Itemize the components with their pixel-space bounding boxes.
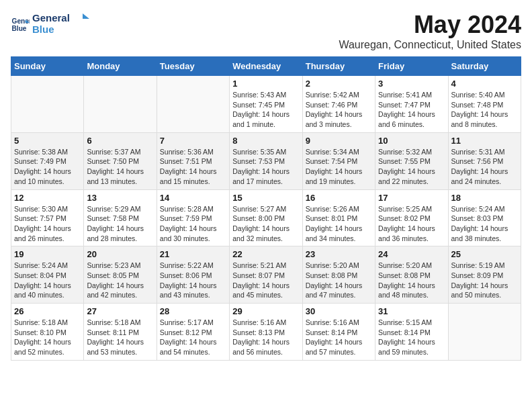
main-title: May 2024: [339, 11, 521, 39]
day-info: Sunrise: 5:27 AM Sunset: 8:00 PM Dayligh…: [232, 204, 299, 244]
day-info: Sunrise: 5:30 AM Sunset: 7:57 PM Dayligh…: [14, 204, 81, 244]
calendar-cell: 31Sunrise: 5:15 AM Sunset: 8:14 PM Dayli…: [375, 304, 448, 361]
day-number: 11: [451, 136, 518, 146]
day-number: 20: [87, 249, 153, 259]
day-number: 1: [232, 79, 299, 89]
week-row-5: 26Sunrise: 5:18 AM Sunset: 8:10 PM Dayli…: [11, 304, 521, 361]
day-number: 18: [451, 193, 518, 203]
subtitle: Wauregan, Connecticut, United States: [339, 39, 521, 51]
day-number: 14: [160, 193, 226, 203]
column-header-thursday: Thursday: [302, 57, 375, 76]
day-number: 16: [306, 193, 372, 203]
day-info: Sunrise: 5:20 AM Sunset: 8:08 PM Dayligh…: [306, 261, 372, 300]
calendar-cell: 22Sunrise: 5:21 AM Sunset: 8:07 PM Dayli…: [230, 246, 302, 304]
day-info: Sunrise: 5:35 AM Sunset: 7:53 PM Dayligh…: [232, 147, 299, 187]
day-info: Sunrise: 5:23 AM Sunset: 8:05 PM Dayligh…: [87, 261, 153, 300]
calendar-cell: 16Sunrise: 5:26 AM Sunset: 8:01 PM Dayli…: [302, 189, 375, 246]
calendar-cell: 24Sunrise: 5:20 AM Sunset: 8:08 PM Dayli…: [375, 246, 448, 304]
day-info: Sunrise: 5:22 AM Sunset: 8:06 PM Dayligh…: [160, 261, 226, 300]
day-number: 22: [232, 249, 299, 259]
day-number: 29: [232, 306, 299, 316]
column-header-sunday: Sunday: [11, 57, 84, 76]
column-header-tuesday: Tuesday: [157, 57, 229, 76]
calendar-cell: 9Sunrise: 5:34 AM Sunset: 7:54 PM Daylig…: [302, 132, 375, 189]
calendar-cell: 26Sunrise: 5:18 AM Sunset: 8:10 PM Dayli…: [11, 304, 84, 361]
day-number: 23: [306, 249, 372, 259]
day-info: Sunrise: 5:40 AM Sunset: 7:48 PM Dayligh…: [451, 90, 518, 130]
calendar-cell: 29Sunrise: 5:16 AM Sunset: 8:13 PM Dayli…: [230, 304, 302, 361]
calendar-cell: 2Sunrise: 5:42 AM Sunset: 7:46 PM Daylig…: [302, 76, 375, 133]
calendar-cell: 25Sunrise: 5:19 AM Sunset: 8:09 PM Dayli…: [448, 246, 521, 304]
calendar-cell: [157, 76, 229, 133]
calendar-cell: [84, 76, 157, 133]
day-number: 5: [14, 136, 81, 146]
calendar-cell: 10Sunrise: 5:32 AM Sunset: 7:55 PM Dayli…: [375, 132, 448, 189]
day-info: Sunrise: 5:18 AM Sunset: 8:10 PM Dayligh…: [14, 318, 81, 357]
logo-icon: General Blue: [11, 15, 30, 34]
day-info: Sunrise: 5:16 AM Sunset: 8:13 PM Dayligh…: [232, 318, 299, 357]
calendar-cell: 6Sunrise: 5:37 AM Sunset: 7:50 PM Daylig…: [84, 132, 157, 189]
day-number: 28: [160, 306, 226, 316]
day-info: Sunrise: 5:36 AM Sunset: 7:51 PM Dayligh…: [160, 147, 226, 187]
day-info: Sunrise: 5:20 AM Sunset: 8:08 PM Dayligh…: [378, 261, 445, 300]
calendar-cell: 13Sunrise: 5:29 AM Sunset: 7:58 PM Dayli…: [84, 189, 157, 246]
day-info: Sunrise: 5:28 AM Sunset: 7:59 PM Dayligh…: [160, 204, 226, 244]
calendar-cell: 20Sunrise: 5:23 AM Sunset: 8:05 PM Dayli…: [84, 246, 157, 304]
day-number: 19: [14, 249, 81, 259]
day-info: Sunrise: 5:19 AM Sunset: 8:09 PM Dayligh…: [451, 261, 518, 300]
day-info: Sunrise: 5:25 AM Sunset: 8:02 PM Dayligh…: [378, 204, 445, 244]
day-info: Sunrise: 5:24 AM Sunset: 8:04 PM Dayligh…: [14, 261, 81, 300]
calendar-cell: 3Sunrise: 5:41 AM Sunset: 7:47 PM Daylig…: [375, 76, 448, 133]
column-header-monday: Monday: [84, 57, 157, 76]
svg-marker-6: [83, 13, 89, 19]
day-info: Sunrise: 5:31 AM Sunset: 7:56 PM Dayligh…: [451, 147, 518, 187]
calendar-cell: 28Sunrise: 5:17 AM Sunset: 8:12 PM Dayli…: [157, 304, 229, 361]
day-number: 3: [378, 79, 445, 89]
title-block: May 2024 Wauregan, Connecticut, United S…: [339, 11, 521, 51]
calendar-cell: [11, 76, 84, 133]
day-info: Sunrise: 5:38 AM Sunset: 7:49 PM Dayligh…: [14, 147, 81, 187]
logo-svg: General Blue: [32, 11, 93, 36]
day-number: 15: [232, 193, 299, 203]
calendar-cell: 19Sunrise: 5:24 AM Sunset: 8:04 PM Dayli…: [11, 246, 84, 304]
calendar-table: SundayMondayTuesdayWednesdayThursdayFrid…: [11, 56, 521, 361]
day-number: 27: [87, 306, 153, 316]
calendar-cell: 12Sunrise: 5:30 AM Sunset: 7:57 PM Dayli…: [11, 189, 84, 246]
day-info: Sunrise: 5:29 AM Sunset: 7:58 PM Dayligh…: [87, 204, 153, 244]
day-number: 13: [87, 193, 153, 203]
week-row-3: 12Sunrise: 5:30 AM Sunset: 7:57 PM Dayli…: [11, 189, 521, 246]
day-number: 26: [14, 306, 81, 316]
calendar-cell: 1Sunrise: 5:43 AM Sunset: 7:45 PM Daylig…: [230, 76, 302, 133]
calendar-cell: 5Sunrise: 5:38 AM Sunset: 7:49 PM Daylig…: [11, 132, 84, 189]
svg-text:General: General: [32, 12, 70, 24]
calendar-cell: 18Sunrise: 5:24 AM Sunset: 8:03 PM Dayli…: [448, 189, 521, 246]
column-header-saturday: Saturday: [448, 57, 521, 76]
day-number: 31: [378, 306, 445, 316]
day-info: Sunrise: 5:32 AM Sunset: 7:55 PM Dayligh…: [378, 147, 445, 187]
day-info: Sunrise: 5:26 AM Sunset: 8:01 PM Dayligh…: [306, 204, 372, 244]
calendar-cell: 27Sunrise: 5:18 AM Sunset: 8:11 PM Dayli…: [84, 304, 157, 361]
day-number: 30: [306, 306, 372, 316]
day-number: 24: [378, 249, 445, 259]
day-info: Sunrise: 5:34 AM Sunset: 7:54 PM Dayligh…: [306, 147, 372, 187]
day-info: Sunrise: 5:15 AM Sunset: 8:14 PM Dayligh…: [378, 318, 445, 357]
calendar-cell: [448, 304, 521, 361]
day-number: 6: [87, 136, 153, 146]
day-number: 25: [451, 249, 518, 259]
calendar-cell: 7Sunrise: 5:36 AM Sunset: 7:51 PM Daylig…: [157, 132, 229, 189]
svg-text:Blue: Blue: [12, 25, 27, 32]
calendar-cell: 17Sunrise: 5:25 AM Sunset: 8:02 PM Dayli…: [375, 189, 448, 246]
week-row-1: 1Sunrise: 5:43 AM Sunset: 7:45 PM Daylig…: [11, 76, 521, 133]
calendar-cell: 23Sunrise: 5:20 AM Sunset: 8:08 PM Dayli…: [302, 246, 375, 304]
calendar-header-row: SundayMondayTuesdayWednesdayThursdayFrid…: [11, 57, 521, 76]
calendar-cell: 15Sunrise: 5:27 AM Sunset: 8:00 PM Dayli…: [230, 189, 302, 246]
page-header: General Blue General Blue May 2024 Waure…: [11, 11, 521, 51]
day-info: Sunrise: 5:21 AM Sunset: 8:07 PM Dayligh…: [232, 261, 299, 300]
day-info: Sunrise: 5:42 AM Sunset: 7:46 PM Dayligh…: [306, 90, 372, 130]
day-number: 21: [160, 249, 226, 259]
calendar-cell: 8Sunrise: 5:35 AM Sunset: 7:53 PM Daylig…: [230, 132, 302, 189]
day-info: Sunrise: 5:41 AM Sunset: 7:47 PM Dayligh…: [378, 90, 445, 130]
calendar-cell: 21Sunrise: 5:22 AM Sunset: 8:06 PM Dayli…: [157, 246, 229, 304]
day-number: 2: [306, 79, 372, 89]
day-number: 4: [451, 79, 518, 89]
